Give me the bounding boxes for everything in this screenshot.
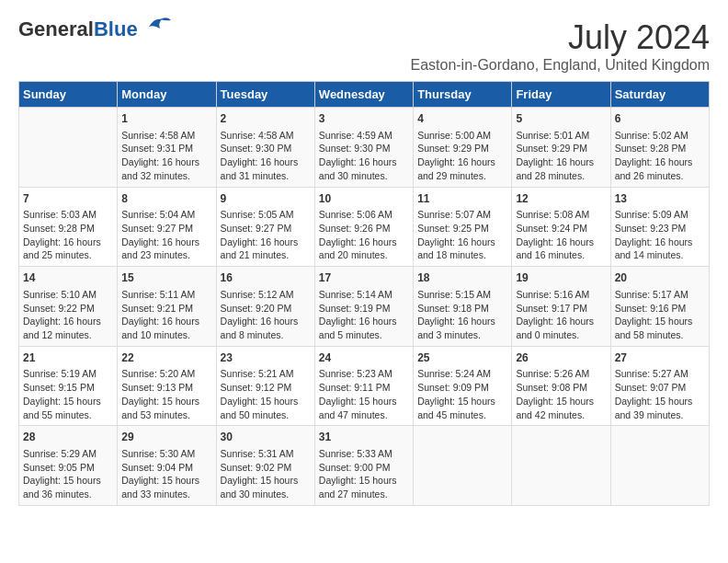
calendar-cell: 9Sunrise: 5:05 AMSunset: 9:27 PMDaylight… — [216, 187, 314, 267]
cell-content: Sunrise: 5:29 AMSunset: 9:05 PMDaylight:… — [23, 447, 113, 501]
calendar-cell: 28Sunrise: 5:29 AMSunset: 9:05 PMDayligh… — [19, 426, 118, 506]
col-header-saturday: Saturday — [610, 82, 709, 108]
calendar-cell: 29Sunrise: 5:30 AMSunset: 9:04 PMDayligh… — [118, 426, 216, 506]
calendar-cell: 21Sunrise: 5:19 AMSunset: 9:15 PMDayligh… — [19, 346, 118, 426]
day-number: 4 — [417, 111, 507, 127]
week-row-3: 14Sunrise: 5:10 AMSunset: 9:22 PMDayligh… — [19, 267, 710, 347]
day-number: 8 — [121, 191, 211, 207]
day-number: 13 — [615, 191, 705, 207]
day-number: 18 — [417, 270, 507, 286]
title-block: July 2024 Easton-in-Gordano, England, Un… — [410, 18, 710, 74]
day-number: 19 — [516, 270, 606, 286]
day-number: 20 — [615, 270, 705, 286]
day-number: 6 — [615, 111, 705, 127]
calendar-cell: 11Sunrise: 5:07 AMSunset: 9:25 PMDayligh… — [414, 187, 512, 267]
cell-content: Sunrise: 5:03 AMSunset: 9:28 PMDaylight:… — [23, 208, 113, 262]
day-number: 11 — [417, 191, 507, 207]
day-number: 23 — [221, 350, 311, 366]
cell-content: Sunrise: 5:23 AMSunset: 9:11 PMDaylight:… — [319, 367, 409, 421]
col-header-tuesday: Tuesday — [216, 82, 314, 108]
day-number: 10 — [319, 191, 409, 207]
cell-content: Sunrise: 4:59 AMSunset: 9:30 PMDaylight:… — [319, 129, 409, 183]
cell-content: Sunrise: 5:33 AMSunset: 9:00 PMDaylight:… — [319, 447, 409, 501]
cell-content: Sunrise: 5:21 AMSunset: 9:12 PMDaylight:… — [221, 367, 311, 421]
cell-content: Sunrise: 5:09 AMSunset: 9:23 PMDaylight:… — [615, 208, 705, 262]
calendar-table: SundayMondayTuesdayWednesdayThursdayFrid… — [18, 81, 710, 506]
col-header-monday: Monday — [118, 82, 216, 108]
cell-content: Sunrise: 5:06 AMSunset: 9:26 PMDaylight:… — [319, 208, 409, 262]
calendar-cell — [610, 426, 709, 506]
day-number: 12 — [516, 191, 606, 207]
calendar-cell: 4Sunrise: 5:00 AMSunset: 9:29 PMDaylight… — [414, 108, 512, 188]
day-number: 14 — [23, 270, 113, 286]
day-number: 25 — [417, 350, 507, 366]
calendar-cell: 26Sunrise: 5:26 AMSunset: 9:08 PMDayligh… — [512, 346, 610, 426]
week-row-5: 28Sunrise: 5:29 AMSunset: 9:05 PMDayligh… — [19, 426, 710, 506]
cell-content: Sunrise: 5:02 AMSunset: 9:28 PMDaylight:… — [615, 129, 705, 183]
calendar-cell: 6Sunrise: 5:02 AMSunset: 9:28 PMDaylight… — [610, 108, 709, 188]
calendar-cell: 1Sunrise: 4:58 AMSunset: 9:31 PMDaylight… — [118, 108, 216, 188]
cell-content: Sunrise: 4:58 AMSunset: 9:31 PMDaylight:… — [121, 129, 211, 183]
calendar-cell: 8Sunrise: 5:04 AMSunset: 9:27 PMDaylight… — [118, 187, 216, 267]
day-number: 24 — [319, 350, 409, 366]
calendar-cell — [512, 426, 610, 506]
day-number: 26 — [516, 350, 606, 366]
calendar-cell: 24Sunrise: 5:23 AMSunset: 9:11 PMDayligh… — [314, 346, 413, 426]
col-header-thursday: Thursday — [414, 82, 512, 108]
calendar-cell: 5Sunrise: 5:01 AMSunset: 9:29 PMDaylight… — [512, 108, 610, 188]
cell-content: Sunrise: 4:58 AMSunset: 9:30 PMDaylight:… — [221, 129, 311, 183]
week-row-1: 1Sunrise: 4:58 AMSunset: 9:31 PMDaylight… — [19, 108, 710, 188]
page-header: GeneralBlue July 2024 Easton-in-Gordano,… — [18, 18, 710, 74]
cell-content: Sunrise: 5:08 AMSunset: 9:24 PMDaylight:… — [516, 208, 606, 262]
calendar-cell: 16Sunrise: 5:12 AMSunset: 9:20 PMDayligh… — [216, 267, 314, 347]
day-number: 15 — [121, 270, 211, 286]
calendar-cell: 27Sunrise: 5:27 AMSunset: 9:07 PMDayligh… — [610, 346, 709, 426]
col-header-wednesday: Wednesday — [314, 82, 413, 108]
cell-content: Sunrise: 5:26 AMSunset: 9:08 PMDaylight:… — [516, 367, 606, 421]
day-number: 2 — [221, 111, 311, 127]
cell-content: Sunrise: 5:17 AMSunset: 9:16 PMDaylight:… — [615, 288, 705, 342]
cell-content: Sunrise: 5:07 AMSunset: 9:25 PMDaylight:… — [417, 208, 507, 262]
cell-content: Sunrise: 5:10 AMSunset: 9:22 PMDaylight:… — [23, 288, 113, 342]
day-number: 27 — [615, 350, 705, 366]
calendar-cell: 30Sunrise: 5:31 AMSunset: 9:02 PMDayligh… — [216, 426, 314, 506]
calendar-cell: 10Sunrise: 5:06 AMSunset: 9:26 PMDayligh… — [314, 187, 413, 267]
day-number: 29 — [121, 430, 211, 445]
col-header-friday: Friday — [512, 82, 610, 108]
calendar-cell: 17Sunrise: 5:14 AMSunset: 9:19 PMDayligh… — [314, 267, 413, 347]
day-number: 16 — [221, 270, 311, 286]
calendar-cell: 7Sunrise: 5:03 AMSunset: 9:28 PMDaylight… — [19, 187, 118, 267]
day-number: 5 — [516, 111, 606, 127]
cell-content: Sunrise: 5:24 AMSunset: 9:09 PMDaylight:… — [417, 367, 507, 421]
calendar-cell: 31Sunrise: 5:33 AMSunset: 9:00 PMDayligh… — [314, 426, 413, 506]
calendar-cell: 20Sunrise: 5:17 AMSunset: 9:16 PMDayligh… — [610, 267, 709, 347]
cell-content: Sunrise: 5:11 AMSunset: 9:21 PMDaylight:… — [121, 288, 211, 342]
calendar-cell — [19, 108, 118, 188]
cell-content: Sunrise: 5:14 AMSunset: 9:19 PMDaylight:… — [319, 288, 409, 342]
logo-bird-icon — [142, 16, 171, 36]
day-number: 1 — [121, 111, 211, 127]
cell-content: Sunrise: 5:27 AMSunset: 9:07 PMDaylight:… — [615, 367, 705, 421]
day-number: 17 — [319, 270, 409, 286]
cell-content: Sunrise: 5:15 AMSunset: 9:18 PMDaylight:… — [417, 288, 507, 342]
main-title: July 2024 — [410, 18, 710, 57]
calendar-cell: 15Sunrise: 5:11 AMSunset: 9:21 PMDayligh… — [118, 267, 216, 347]
calendar-cell: 2Sunrise: 4:58 AMSunset: 9:30 PMDaylight… — [216, 108, 314, 188]
cell-content: Sunrise: 5:00 AMSunset: 9:29 PMDaylight:… — [417, 129, 507, 183]
calendar-cell: 19Sunrise: 5:16 AMSunset: 9:17 PMDayligh… — [512, 267, 610, 347]
cell-content: Sunrise: 5:19 AMSunset: 9:15 PMDaylight:… — [23, 367, 113, 421]
cell-content: Sunrise: 5:31 AMSunset: 9:02 PMDaylight:… — [221, 447, 311, 501]
cell-content: Sunrise: 5:04 AMSunset: 9:27 PMDaylight:… — [121, 208, 211, 262]
cell-content: Sunrise: 5:20 AMSunset: 9:13 PMDaylight:… — [121, 367, 211, 421]
calendar-cell — [414, 426, 512, 506]
calendar-header-row: SundayMondayTuesdayWednesdayThursdayFrid… — [19, 82, 710, 108]
calendar-cell: 13Sunrise: 5:09 AMSunset: 9:23 PMDayligh… — [610, 187, 709, 267]
calendar-cell: 23Sunrise: 5:21 AMSunset: 9:12 PMDayligh… — [216, 346, 314, 426]
calendar-cell: 18Sunrise: 5:15 AMSunset: 9:18 PMDayligh… — [414, 267, 512, 347]
week-row-4: 21Sunrise: 5:19 AMSunset: 9:15 PMDayligh… — [19, 346, 710, 426]
day-number: 21 — [23, 350, 113, 366]
cell-content: Sunrise: 5:30 AMSunset: 9:04 PMDaylight:… — [121, 447, 211, 501]
day-number: 22 — [121, 350, 211, 366]
cell-content: Sunrise: 5:01 AMSunset: 9:29 PMDaylight:… — [516, 129, 606, 183]
day-number: 30 — [221, 430, 311, 445]
